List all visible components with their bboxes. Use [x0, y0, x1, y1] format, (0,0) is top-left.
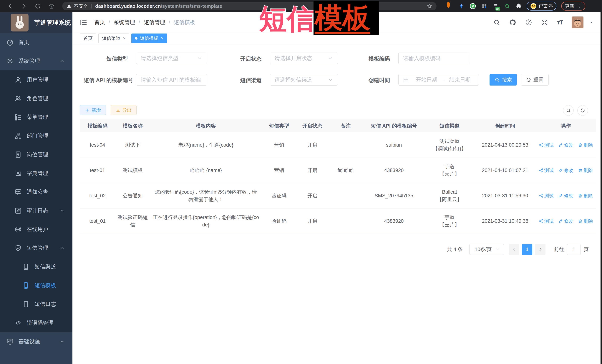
sms-type-select[interactable]: 请选择短信类型	[136, 52, 207, 64]
sidebar-item-dict[interactable]: 字典管理	[0, 164, 73, 183]
browser-back-icon[interactable]	[7, 3, 14, 10]
address-bar[interactable]: 不安全 dashboard.yudao.iocoder.cn/system/sm…	[62, 2, 437, 10]
delete-link[interactable]: 删除	[578, 192, 593, 199]
page-number-button[interactable]: 1	[522, 244, 532, 255]
template-code-input-wrap	[398, 52, 469, 64]
sidebar-item-sms-template[interactable]: 短信模板	[0, 276, 73, 295]
test-link[interactable]: 测试	[539, 167, 554, 174]
extension-y-icon[interactable]: y	[470, 3, 476, 9]
tab-sms-channel[interactable]: 短信渠道×	[98, 33, 129, 43]
header-search-icon[interactable]	[493, 19, 500, 26]
toggle-search-button[interactable]	[563, 105, 574, 116]
sidebar-collapse-icon[interactable]	[79, 18, 88, 26]
search-button[interactable]: 搜索	[490, 74, 517, 85]
cell: 公告通知	[115, 183, 150, 208]
cell: 4383920	[363, 158, 424, 183]
browser-menu-dots-icon[interactable]	[577, 4, 582, 9]
tab-home[interactable]: 首页	[80, 33, 96, 43]
refresh-table-button[interactable]	[577, 105, 588, 116]
test-link[interactable]: 测试	[539, 217, 554, 225]
next-page-button[interactable]	[535, 244, 546, 255]
extension-ring-icon[interactable]	[447, 3, 453, 9]
channel-select[interactable]: 请选择短信渠道	[270, 74, 338, 85]
reset-button[interactable]: 重置	[521, 74, 549, 85]
sidebar-item-user[interactable]: 用户管理	[0, 70, 73, 89]
prev-page-button[interactable]	[509, 244, 519, 255]
tab-sms-template[interactable]: 短信模板×	[131, 33, 167, 43]
start-date-placeholder[interactable]: 开始日期	[412, 76, 441, 83]
edit-link[interactable]: 修改	[559, 192, 573, 199]
breadcrumb-item[interactable]: 短信管理	[144, 19, 165, 26]
profile-paused-chip[interactable]: 已暂停	[527, 2, 556, 10]
browser-home-icon[interactable]	[48, 3, 55, 10]
sidebar-item-role[interactable]: 角色管理	[0, 89, 73, 108]
sms-template-table: 模板编码模板名称模板内容短信类型开启状态备注短信 API 的模板编号短信渠道创建…	[80, 119, 596, 234]
delete-link[interactable]: 删除	[578, 167, 593, 174]
sidebar-item-audit-log[interactable]: 审计日志	[0, 201, 73, 220]
goto-page-input[interactable]	[567, 244, 581, 255]
extension-grid-icon[interactable]	[481, 3, 487, 9]
avatar-caret-down-icon[interactable]	[589, 20, 594, 25]
breadcrumb-item[interactable]: 首页	[94, 19, 105, 26]
template-code-input[interactable]	[403, 55, 464, 62]
browser-reload-icon[interactable]	[34, 3, 41, 10]
extension-magnifier-icon[interactable]	[504, 3, 510, 9]
shield-check-icon	[14, 244, 22, 252]
extension-list-on-icon[interactable]: on	[493, 3, 499, 9]
user-avatar[interactable]	[572, 16, 583, 28]
delete-link[interactable]: 删除	[578, 141, 593, 149]
sidebar-item-sms-log[interactable]: 短信日志	[0, 295, 73, 313]
test-link[interactable]: 测试	[539, 192, 554, 199]
browser-forward-icon[interactable]	[21, 3, 27, 10]
sidebar-item-dept[interactable]: 部门管理	[0, 126, 73, 145]
end-date-placeholder[interactable]: 结束日期	[446, 76, 474, 83]
cell-actions: 测试修改删除	[536, 158, 596, 183]
edit-link[interactable]: 修改	[559, 217, 573, 225]
security-label[interactable]: 不安全	[74, 3, 88, 9]
ime-candidate-text: 模板	[315, 4, 370, 34]
help-question-icon[interactable]	[525, 19, 532, 26]
edit-link[interactable]: 修改	[559, 167, 573, 174]
table-row: test_01测试验证码短信正在进行登录操作{operation}，您的验证码是…	[80, 208, 596, 234]
column-header: 模板内容	[150, 119, 261, 132]
update-chip[interactable]: 更新	[561, 2, 585, 10]
font-size-icon[interactable]: тT	[557, 19, 563, 26]
edit-link[interactable]: 修改	[559, 141, 573, 149]
sidebar-item-sms[interactable]: 短信管理	[0, 239, 73, 257]
app-logo: 芋道管理系统	[0, 12, 73, 33]
sidebar-item-sms-channel[interactable]: 短信渠道	[0, 257, 73, 276]
close-icon[interactable]: ×	[161, 36, 163, 41]
page-content: 短信类型 请选择短信类型 开启状态 请选择开启状态 模板编码 短信 API 的模…	[73, 44, 602, 255]
calendar-icon	[403, 77, 409, 83]
breadcrumb-item[interactable]: 系统管理	[114, 19, 135, 26]
api-template-id-input[interactable]	[141, 77, 202, 83]
github-icon[interactable]	[509, 19, 516, 26]
test-link[interactable]: 测试	[539, 141, 554, 149]
extension-kite-icon[interactable]	[458, 3, 464, 9]
sidebar-item-post[interactable]: 岗位管理	[0, 145, 73, 164]
sidebar-item-menu[interactable]: 菜单管理	[0, 108, 73, 126]
cell: 开启	[297, 158, 328, 183]
export-button[interactable]: 导出	[111, 105, 137, 115]
create-time-range-picker[interactable]: 开始日期 - 结束日期	[398, 74, 479, 85]
sidebar-item-notice[interactable]: 通知公告	[0, 183, 73, 201]
sidebar-item-online-user[interactable]: 在线用户	[0, 220, 73, 239]
breadcrumb-separator: /	[108, 20, 110, 26]
column-header: 模板名称	[115, 119, 150, 132]
share-icon	[539, 219, 543, 223]
bookmark-star-icon[interactable]	[426, 3, 432, 9]
extensions-puzzle-icon[interactable]	[516, 3, 522, 9]
close-icon[interactable]: ×	[123, 36, 126, 41]
cell-actions: 测试修改删除	[536, 132, 596, 158]
page-size-select[interactable]: 10条/页	[469, 244, 504, 255]
status-select[interactable]: 请选择开启状态	[270, 52, 338, 64]
add-button[interactable]: 新增	[80, 105, 106, 115]
sidebar-item-infra[interactable]: 基础设施	[0, 332, 73, 351]
sidebar-item-error-code[interactable]: 错误码管理	[0, 313, 73, 332]
sidebar-item-system[interactable]: 系统管理	[0, 52, 73, 70]
search-icon	[566, 108, 571, 113]
cell	[328, 132, 363, 158]
fullscreen-icon[interactable]	[541, 19, 548, 26]
sidebar-item-home[interactable]: 首页	[0, 33, 73, 52]
delete-link[interactable]: 删除	[578, 217, 593, 225]
